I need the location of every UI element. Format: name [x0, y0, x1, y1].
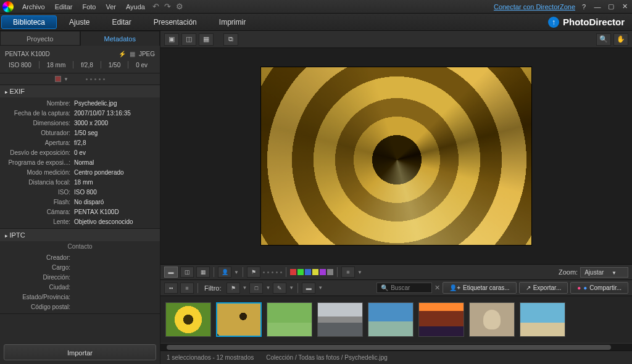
mode-ajuste[interactable]: Ajuste [58, 14, 101, 31]
color-filter-chip[interactable] [297, 269, 304, 275]
sidebar: Proyecto Metadatos PENTAX K100D ⚡ ▦ JPEG… [0, 31, 160, 364]
view-grid-icon[interactable]: ▦ [199, 33, 214, 46]
view-single-icon[interactable]: ▣ [164, 33, 179, 46]
export-button[interactable]: ↗Exportar... [519, 282, 568, 294]
close-icon[interactable]: ✕ [620, 2, 630, 11]
meta-row: Código postal: [0, 302, 160, 312]
tab-metadatos[interactable]: Metadatos [80, 31, 160, 46]
meta-label: Modo medición: [5, 168, 73, 177]
layout-split-icon[interactable]: ◫ [180, 267, 194, 278]
thumbnail[interactable] [418, 302, 464, 337]
filter-flag-icon[interactable]: ⚑ [227, 283, 240, 294]
meta-row: Apertura:f/2,8 [0, 138, 160, 148]
meta-value [73, 293, 155, 302]
undo-icon[interactable]: ↶ [150, 2, 162, 11]
import-button[interactable]: Importar [4, 344, 156, 360]
pan-icon[interactable]: ✋ [613, 33, 628, 46]
color-filter-chip[interactable] [290, 269, 296, 275]
flag-icon[interactable]: ⚑ [247, 267, 260, 278]
mode-tabs: Biblioteca Ajuste Editar Presentación Im… [0, 14, 632, 31]
mode-biblioteca[interactable]: Biblioteca [1, 15, 57, 29]
zoom-select[interactable]: Ajustar ▼ [580, 267, 628, 278]
person-add-icon: 👤+ [449, 284, 460, 291]
iptc-header[interactable]: IPTC [0, 229, 160, 241]
qi-camera: PENTAX K100D [5, 51, 50, 57]
thumbnail-scrollbar[interactable] [160, 343, 632, 350]
rating-dot[interactable] [90, 78, 92, 80]
help-icon[interactable]: ? [579, 2, 589, 11]
raw-icon: ⚡ [118, 51, 126, 57]
settings-icon[interactable]: ⚙ [173, 2, 186, 11]
meta-row: Flash:No disparó [0, 197, 160, 207]
menubar: Archivo Editar Foto Ver Ayuda ↶ ↷ ⚙ Cone… [0, 0, 632, 14]
filter-label: Filtro: [202, 284, 224, 292]
thumbnail[interactable] [520, 302, 565, 337]
search-clear-icon[interactable]: ✕ [434, 284, 440, 292]
tag-faces-button[interactable]: 👤+Etiquetar caras... [443, 282, 516, 294]
thumbnail[interactable] [469, 302, 515, 337]
export-icon: ↗ [526, 284, 531, 291]
menu-ver[interactable]: Ver [101, 3, 121, 10]
menu-ayuda[interactable]: Ayuda [121, 3, 150, 10]
layout-grid-icon[interactable]: ▦ [196, 267, 210, 278]
menu-foto[interactable]: Foto [77, 3, 101, 10]
rating-dot[interactable] [103, 78, 105, 80]
rating-dot[interactable] [86, 78, 88, 80]
thumbnail[interactable] [368, 302, 414, 337]
filter-edited-icon[interactable]: ✎ [273, 283, 286, 294]
mode-presentacion[interactable]: Presentación [143, 14, 208, 31]
redo-icon[interactable]: ↷ [162, 2, 173, 11]
magnify-icon[interactable]: 🔍 [596, 33, 611, 46]
qi-aperture: f/2,8 [77, 62, 96, 68]
meta-label: Ciudad: [5, 283, 73, 292]
meta-row: Cámara:PENTAX K100D [0, 207, 160, 217]
meta-row: Ciudad: [0, 283, 160, 292]
share-button[interactable]: ●●Compartir... [570, 282, 628, 294]
menu-archivo[interactable]: Archivo [17, 3, 50, 10]
view-compare-icon[interactable]: ◫ [181, 33, 196, 46]
rating-dot[interactable] [99, 78, 101, 80]
color-filter-chip[interactable] [320, 269, 326, 275]
meta-value [73, 273, 155, 282]
qi-format: JPEG [139, 51, 155, 57]
preview-area[interactable] [160, 48, 632, 264]
filter-label-icon[interactable]: □ [249, 283, 263, 294]
thumbnail[interactable] [317, 302, 363, 337]
mode-editar[interactable]: Editar [101, 14, 142, 31]
brand: ↑ PhotoDirector [548, 17, 632, 28]
thumbnail[interactable] [165, 302, 211, 337]
maximize-icon[interactable]: ▢ [606, 2, 616, 11]
thumb-size-large-icon[interactable]: ≡ [180, 283, 194, 294]
minimize-icon[interactable]: — [592, 2, 602, 11]
meta-value [73, 303, 155, 312]
meta-label: Dirección: [5, 273, 73, 282]
thumb-size-small-icon[interactable]: ▪▪ [164, 283, 178, 294]
color-dropdown-icon[interactable]: ▼ [64, 77, 69, 82]
status-selection: 1 seleccionados - 12 mostrados [167, 354, 254, 361]
color-filter-chip[interactable] [312, 269, 318, 275]
meta-label: Código postal: [5, 303, 73, 312]
tab-proyecto[interactable]: Proyecto [0, 31, 80, 46]
mode-imprimir[interactable]: Imprimir [208, 14, 257, 31]
app-logo [2, 1, 14, 12]
color-label[interactable] [55, 76, 61, 82]
thumbnail[interactable] [267, 302, 312, 337]
view-secondary-icon[interactable]: ⧉ [223, 33, 238, 46]
rating-dot[interactable] [94, 78, 96, 80]
color-filter-chip[interactable] [327, 269, 333, 275]
sort-icon[interactable]: ≡ [341, 267, 355, 278]
layout-single-icon[interactable]: ▬ [164, 267, 178, 278]
color-filter-chip[interactable] [305, 269, 311, 275]
exif-header[interactable]: EXIF [0, 85, 160, 97]
face-tag-icon[interactable]: 👤 [218, 267, 231, 278]
meta-row: Modo medición:Centro ponderado [0, 168, 160, 178]
brand-text: PhotoDirector [563, 17, 625, 27]
stack-icon[interactable]: ▬ [302, 283, 315, 294]
thumbnail[interactable] [216, 302, 262, 337]
meta-row: Fecha de la captura:2007/10/07 13:16:35 [0, 109, 160, 118]
meta-row: Estado/Provincia: [0, 292, 160, 302]
connect-link[interactable]: Conectar con DirectorZone [494, 3, 575, 10]
menu-editar[interactable]: Editar [50, 3, 78, 10]
search-input[interactable]: 🔍 Buscar [376, 283, 432, 293]
browser-bar: ▬ ◫ ▦ 👤 ▼ ⚑ ≡ ▼ Zoom: Ajustar ▼ [160, 264, 632, 280]
